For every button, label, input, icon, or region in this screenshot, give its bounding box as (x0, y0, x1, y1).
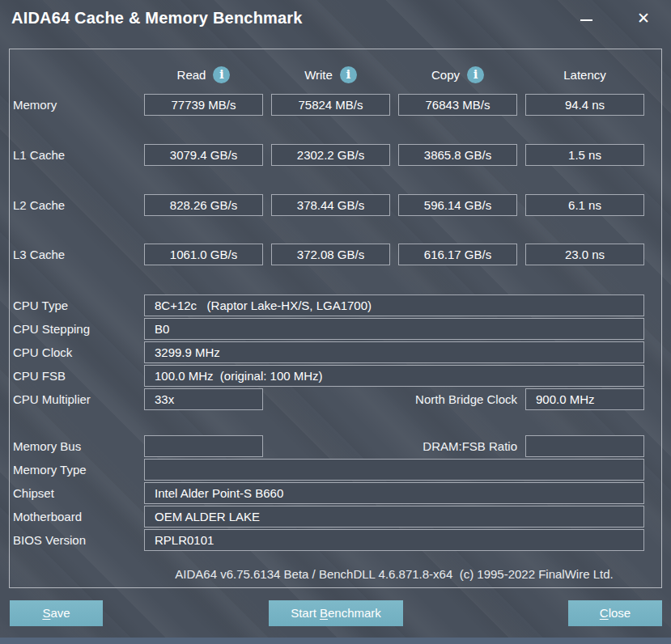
cpu-multiplier-value: 33x (144, 388, 263, 410)
l2-read-value: 828.26 GB/s (144, 194, 263, 216)
row-label-l3-cache: L3 Cache (13, 244, 65, 265)
bios-version-value: RPLR0101 (144, 529, 644, 551)
row-label-l2-cache: L2 Cache (13, 194, 65, 216)
row-label-cpu-clock: CPU Clock (13, 341, 72, 363)
column-header-latency: Latency (525, 65, 644, 85)
cpu-stepping-value: B0 (144, 318, 644, 340)
l2-copy-value: 596.14 GB/s (398, 194, 517, 216)
column-header-write: Write i (271, 65, 390, 85)
memory-write-value: 75824 MB/s (271, 94, 390, 116)
row-label-l1-cache: L1 Cache (13, 144, 65, 166)
write-info-icon[interactable]: i (340, 66, 357, 83)
memory-copy-value: 76843 MB/s (398, 94, 517, 116)
minimize-button[interactable] (571, 3, 601, 32)
l2-write-value: 378.44 GB/s (271, 194, 390, 216)
close-icon: ✕ (637, 9, 650, 28)
dram-fsb-ratio-value (525, 435, 644, 457)
row-label-memory: Memory (13, 94, 57, 116)
column-header-read: Read i (144, 65, 263, 85)
read-header-label: Read (177, 68, 206, 82)
memory-type-value (144, 459, 644, 481)
latency-header-label: Latency (563, 68, 606, 82)
memory-bus-value (144, 435, 263, 457)
cpu-fsb-value: 100.0 MHz (original: 100 MHz) (144, 365, 644, 387)
row-label-chipset: Chipset (13, 482, 54, 504)
window-bottom-edge (0, 638, 671, 644)
cpu-type-value: 8C+12c (Raptor Lake-HX/S, LGA1700) (144, 294, 644, 316)
row-label-memory-bus: Memory Bus (13, 435, 81, 457)
version-footer: AIDA64 v6.75.6134 Beta / BenchDLL 4.6.87… (144, 567, 644, 581)
memory-read-value: 77739 MB/s (144, 94, 263, 116)
l1-write-value: 2302.2 GB/s (271, 144, 390, 166)
row-label-bios-version: BIOS Version (13, 529, 86, 551)
save-button[interactable]: Save (10, 600, 103, 626)
row-label-cpu-type: CPU Type (13, 294, 68, 316)
l3-latency-value: 23.0 ns (525, 244, 644, 265)
l3-read-value: 1061.0 GB/s (144, 244, 263, 265)
cpu-clock-value: 3299.9 MHz (144, 341, 644, 363)
north-bridge-clock-value: 900.0 MHz (525, 388, 644, 410)
start-label-key: B (320, 606, 328, 620)
dram-fsb-ratio-label: DRAM:FSB Ratio (324, 435, 517, 457)
row-label-motherboard: Motherboard (13, 506, 82, 527)
write-header-label: Write (304, 68, 333, 82)
column-header-copy: Copy i (398, 65, 517, 85)
memory-latency-value: 94.4 ns (525, 94, 644, 116)
save-label-post: ave (50, 606, 70, 620)
l3-write-value: 372.08 GB/s (271, 244, 390, 265)
l1-copy-value: 3865.8 GB/s (398, 144, 517, 166)
save-label-key: S (42, 606, 50, 620)
start-label-pre: Start (291, 606, 320, 620)
row-label-cpu-fsb: CPU FSB (13, 365, 66, 387)
window-close-button[interactable]: ✕ (628, 3, 659, 32)
chipset-value: Intel Alder Point-S B660 (144, 482, 644, 504)
window-title: AIDA64 Cache & Memory Benchmark (11, 9, 303, 28)
l1-read-value: 3079.4 GB/s (144, 144, 263, 166)
start-label-post: enchmark (328, 606, 381, 620)
close-button[interactable]: Close (568, 600, 662, 626)
row-label-cpu-stepping: CPU Stepping (13, 318, 90, 340)
row-label-memory-type: Memory Type (13, 459, 87, 481)
l2-latency-value: 6.1 ns (525, 194, 644, 216)
motherboard-value: OEM ALDER LAKE (144, 506, 644, 527)
read-info-icon[interactable]: i (213, 66, 230, 83)
close-label-post: lose (609, 606, 631, 620)
copy-info-icon[interactable]: i (467, 66, 484, 83)
l3-copy-value: 616.17 GB/s (398, 244, 517, 265)
l1-latency-value: 1.5 ns (525, 144, 644, 166)
north-bridge-clock-label: North Bridge Clock (324, 388, 517, 410)
close-label-key: C (600, 606, 609, 620)
start-benchmark-button[interactable]: Start Benchmark (269, 600, 403, 626)
copy-header-label: Copy (431, 68, 460, 82)
row-label-cpu-multiplier: CPU Multiplier (13, 388, 91, 410)
minimize-icon (580, 19, 592, 21)
